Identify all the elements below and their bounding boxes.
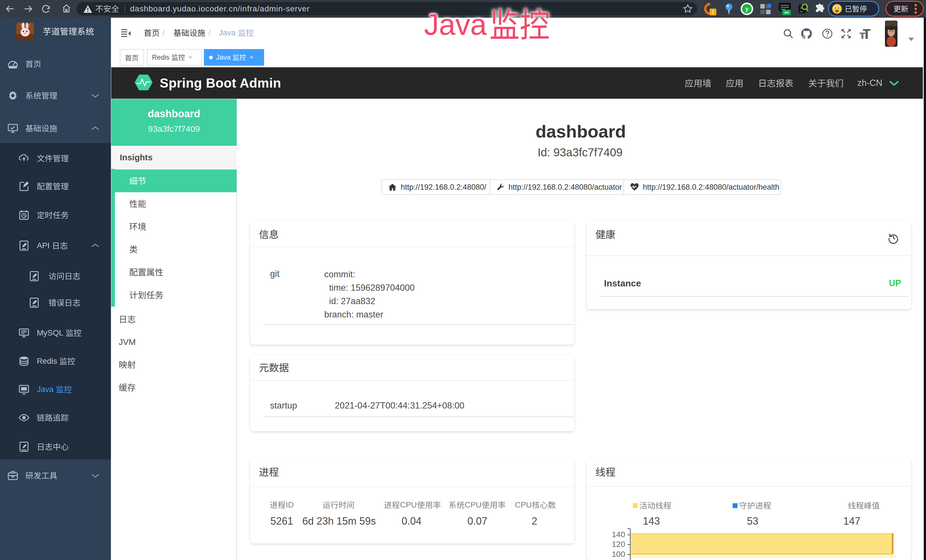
svg-text:on: on xyxy=(784,10,789,15)
svg-text:1: 1 xyxy=(711,9,714,15)
svg-text:y: y xyxy=(745,6,749,12)
